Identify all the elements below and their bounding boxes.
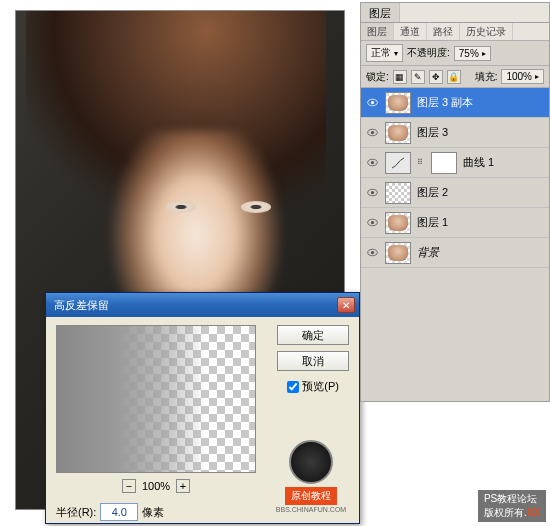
lock-transparent-icon[interactable]: ▦ xyxy=(393,70,407,84)
chevron-right-icon: ▸ xyxy=(535,72,539,81)
tab-history[interactable]: 历史记录 xyxy=(460,23,513,40)
lock-brush-icon[interactable]: ✎ xyxy=(411,70,425,84)
filter-preview[interactable] xyxy=(56,325,256,473)
visibility-icon[interactable] xyxy=(365,246,379,260)
opacity-label: 不透明度: xyxy=(407,46,450,60)
radius-unit: 像素 xyxy=(142,505,164,520)
watermark-tag: 原创教程 xyxy=(285,487,337,505)
ok-button[interactable]: 确定 xyxy=(277,325,349,345)
svg-point-7 xyxy=(370,191,373,194)
layer-row[interactable]: ⠿ 曲线 1 xyxy=(361,148,549,178)
preview-label: 预览(P) xyxy=(302,379,339,394)
tab-layers[interactable]: 图层 xyxy=(361,23,394,40)
cancel-button[interactable]: 取消 xyxy=(277,351,349,371)
visibility-icon[interactable] xyxy=(365,216,379,230)
lock-all-icon[interactable]: 🔒 xyxy=(447,70,461,84)
blend-mode-select[interactable]: 正常▾ xyxy=(366,44,403,62)
layer-thumbnail[interactable] xyxy=(385,242,411,264)
layer-name: 图层 2 xyxy=(417,185,448,200)
layer-row[interactable]: 图层 1 xyxy=(361,208,549,238)
radius-input[interactable] xyxy=(100,503,138,521)
watermark-sub: BBS.CHINAFUN.COM xyxy=(276,506,346,513)
layer-name: 图层 3 xyxy=(417,125,448,140)
layer-thumbnail[interactable] xyxy=(385,92,411,114)
dialog-title: 高反差保留 xyxy=(54,298,109,313)
adjustment-icon[interactable] xyxy=(385,152,411,174)
lock-row: 锁定: ▦ ✎ ✥ 🔒 填充: 100%▸ xyxy=(361,66,549,88)
svg-point-3 xyxy=(370,131,373,134)
link-icon: ⠿ xyxy=(417,158,425,167)
lock-move-icon[interactable]: ✥ xyxy=(429,70,443,84)
blend-row: 正常▾ 不透明度: 75%▸ xyxy=(361,41,549,66)
radius-label: 半径(R): xyxy=(56,505,96,520)
opacity-input[interactable]: 75%▸ xyxy=(454,46,491,61)
chevron-down-icon: ▾ xyxy=(394,49,398,58)
preview-checkbox[interactable] xyxy=(287,381,299,393)
preview-checkbox-row: 预览(P) xyxy=(287,379,339,394)
panel-tab-layers[interactable]: 图层 xyxy=(361,3,400,22)
layer-thumbnail[interactable] xyxy=(385,212,411,234)
fill-label: 填充: xyxy=(475,70,498,84)
layer-thumbnail[interactable] xyxy=(385,122,411,144)
layer-list: 图层 3 副本 图层 3 ⠿ 曲线 1 图层 2 图层 1 背景 xyxy=(361,88,549,268)
visibility-icon[interactable] xyxy=(365,156,379,170)
watermark: 原创教程 BBS.CHINAFUN.COM xyxy=(277,440,345,513)
tab-channels[interactable]: 通道 xyxy=(394,23,427,40)
layer-row[interactable]: 图层 2 xyxy=(361,178,549,208)
svg-point-1 xyxy=(370,101,373,104)
svg-point-11 xyxy=(370,251,373,254)
zoom-out-button[interactable]: − xyxy=(122,479,136,493)
layer-row[interactable]: 图层 3 副本 xyxy=(361,88,549,118)
svg-point-5 xyxy=(370,161,373,164)
tab-paths[interactable]: 路径 xyxy=(427,23,460,40)
layer-name: 曲线 1 xyxy=(463,155,494,170)
layer-name: 背景 xyxy=(417,245,439,260)
lock-label: 锁定: xyxy=(366,70,389,84)
visibility-icon[interactable] xyxy=(365,126,379,140)
layers-empty-area[interactable] xyxy=(361,268,549,368)
high-pass-dialog: 高反差保留 ✕ − 100% + 半径(R): 像素 确定 取消 预览(P) 原… xyxy=(45,292,360,524)
panel-subtabs: 图层 通道 路径 历史记录 xyxy=(361,23,549,41)
forum-watermark: PS教程论坛 版权所有.XX xyxy=(478,490,546,522)
fill-input[interactable]: 100%▸ xyxy=(501,69,544,84)
panel-tabset: 图层 xyxy=(361,3,549,23)
svg-point-9 xyxy=(370,221,373,224)
watermark-logo-icon xyxy=(289,440,333,484)
dialog-titlebar[interactable]: 高反差保留 ✕ xyxy=(46,293,359,317)
zoom-controls: − 100% + xyxy=(56,479,256,493)
layer-row[interactable]: 图层 3 xyxy=(361,118,549,148)
chevron-right-icon: ▸ xyxy=(482,49,486,58)
layer-name: 图层 1 xyxy=(417,215,448,230)
radius-row: 半径(R): 像素 xyxy=(56,503,164,521)
layers-panel: 图层 图层 通道 路径 历史记录 正常▾ 不透明度: 75%▸ 锁定: ▦ ✎ … xyxy=(360,2,550,402)
layer-name: 图层 3 副本 xyxy=(417,95,473,110)
layer-row[interactable]: 背景 xyxy=(361,238,549,268)
close-icon[interactable]: ✕ xyxy=(337,297,355,313)
zoom-in-button[interactable]: + xyxy=(176,479,190,493)
zoom-amount: 100% xyxy=(142,480,170,492)
mask-thumbnail[interactable] xyxy=(431,152,457,174)
visibility-icon[interactable] xyxy=(365,96,379,110)
layer-thumbnail[interactable] xyxy=(385,182,411,204)
visibility-icon[interactable] xyxy=(365,186,379,200)
